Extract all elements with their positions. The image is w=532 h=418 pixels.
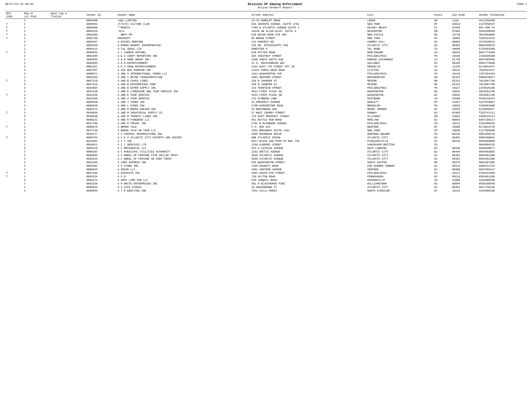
cell-phone: 8567199217 bbox=[478, 118, 527, 122]
cell-city: PHILADELPHIA bbox=[366, 86, 433, 90]
cell-state: CD bbox=[433, 143, 451, 146]
cell-city: CHERRY HILL bbox=[366, 40, 433, 44]
cell-rel bbox=[5, 154, 23, 157]
cell-phone: 6093830077 bbox=[478, 146, 527, 150]
cell-appl bbox=[50, 54, 85, 58]
cell-vendor-name: A AND R TRAVEL INC bbox=[117, 122, 250, 125]
cell-vendor-id: 0064373 bbox=[85, 178, 117, 182]
table-row: 20085555A J R EQUITIES INC7641 VILLA MAR… bbox=[5, 189, 527, 193]
cell-vendor-name: A AND A INTERNATIONAL FOODS LLC bbox=[117, 72, 250, 75]
cell-rel bbox=[5, 100, 23, 104]
cell-rel bbox=[5, 107, 23, 111]
cell-reg: 2 bbox=[23, 100, 50, 104]
cell-reg: 2 bbox=[23, 136, 50, 139]
cell-phone: 6093481300 bbox=[478, 157, 527, 161]
cell-appl bbox=[50, 83, 85, 86]
cell-street: 528 JONQUIL ROAD bbox=[250, 178, 366, 182]
cell-appl bbox=[50, 157, 85, 161]
cell-appl bbox=[50, 65, 85, 68]
cell-appl bbox=[50, 72, 85, 75]
table-row: T20089561(F/S/0) CULTURE CLUB810 SEVENTH… bbox=[5, 22, 527, 26]
cell-reg: 2 bbox=[23, 19, 50, 23]
cell-city: WILLIAMSTOWN bbox=[366, 182, 433, 185]
cell-vendor-id: 0032477 bbox=[85, 132, 117, 136]
cell-vendor-id: 0021786 bbox=[85, 122, 117, 125]
cell-zip: 91730 bbox=[451, 58, 478, 61]
cell-zip: 97005 bbox=[451, 29, 478, 33]
cell-vendor-id: 0061689 bbox=[85, 33, 117, 36]
cell-vendor-id: 0084353 bbox=[85, 58, 117, 61]
cell-zip: 08401 bbox=[451, 44, 478, 47]
cell-vendor-name: A C I INC bbox=[117, 139, 250, 143]
cell-state: PA bbox=[433, 54, 451, 58]
cell-rel: T bbox=[5, 111, 23, 115]
cell-appl bbox=[50, 154, 85, 157]
cell-vendor-id: 0089623 bbox=[85, 185, 117, 189]
cell-reg: 2 bbox=[23, 157, 50, 161]
cell-state: PA bbox=[433, 122, 451, 125]
cell-phone: 7039321617 bbox=[478, 68, 527, 72]
cell-city: RUSTBURG bbox=[366, 97, 433, 100]
cell-city: VANCOUVER BRITISH bbox=[366, 143, 433, 146]
cell-city: LEEDS bbox=[366, 19, 433, 23]
table-row: 20038938A AND M TRANSIT LINES INC170 EAS… bbox=[5, 115, 527, 118]
table-row: T20001196A ESPOSITO INC1001 SOUTH 9TH ST… bbox=[5, 171, 527, 175]
cell-appl bbox=[50, 164, 85, 168]
cell-reg: 2 bbox=[23, 132, 50, 136]
cell-vendor-name: A RANDO BAKERY INCORPORATED bbox=[117, 44, 250, 47]
cell-city: RAHWAY bbox=[366, 111, 433, 115]
table-row: 20022366A AND H TOUR SERVICE123 ELMWOOD … bbox=[5, 97, 527, 100]
cell-reg: 2 bbox=[23, 175, 50, 178]
cell-reg: 2 bbox=[23, 93, 50, 97]
table-row: 20069048A AND L FOODS INC1700 WINCHESTER… bbox=[5, 104, 527, 107]
cell-city: EGG HARBOR TOWNSH bbox=[366, 164, 433, 168]
cell-street: 720 HYLTON ROAD bbox=[250, 175, 366, 178]
cell-reg: 2 bbox=[23, 118, 50, 122]
table-row: 20064373A GOFF LIMO COM LLC528 JONQUIL R… bbox=[5, 178, 527, 182]
cell-vendor-name: A I CATS STUDIO bbox=[117, 185, 250, 189]
cell-zip: 08094 bbox=[451, 182, 478, 185]
cell-vendor-name: A & A COURT REPORTING INC bbox=[117, 54, 250, 58]
cell-appl bbox=[50, 22, 85, 26]
cell-appl bbox=[50, 61, 85, 65]
cell-street: 920 BASIN ROAD STE 400 bbox=[250, 33, 366, 36]
cell-state: CA bbox=[433, 58, 451, 61]
cell-rel bbox=[5, 19, 23, 23]
cell-appl bbox=[50, 129, 85, 132]
cell-city: PHILADELPHIA bbox=[366, 72, 433, 75]
cell-rel bbox=[5, 139, 23, 143]
cell-street: 6817 BLACK HSE PIKE PO BOX 739 bbox=[250, 139, 366, 143]
cell-phone: 9178814735 bbox=[478, 125, 527, 129]
cell-street: 123 ELMWOOD LANE bbox=[250, 97, 366, 100]
cell-vendor-name: A NICHOL MONTONE bbox=[117, 40, 250, 44]
cell-appl bbox=[50, 122, 85, 125]
cell-city: TEL MOND bbox=[366, 47, 433, 51]
cell-city: DELRAY BEACH bbox=[366, 26, 433, 29]
cell-vendor-name: **MOBILE bbox=[117, 26, 250, 29]
cell-zip: 24588 bbox=[451, 97, 478, 100]
cell-vendor-name: A C WHEEL OF FORTUNE 50 CENT TRUST bbox=[117, 157, 250, 161]
cell-street: 31 E. MOCKINGBIRD WAY bbox=[250, 61, 366, 65]
cell-rel bbox=[5, 132, 23, 136]
cell-street: 303 CHESTNUT STREET bbox=[250, 54, 366, 58]
cell-state: PA bbox=[433, 104, 451, 107]
cell-phone: 4103581800 bbox=[478, 104, 527, 107]
cell-rel bbox=[5, 122, 23, 125]
cell-rel: T bbox=[5, 51, 23, 54]
cell-vendor-name: A ERSUN LLC bbox=[117, 168, 250, 171]
cell-vendor-id: 0089231 bbox=[85, 118, 117, 122]
cell-reg: 2 bbox=[23, 154, 50, 157]
cell-street: 12423 POPES HEAD ROAD bbox=[250, 68, 366, 72]
cell-rel bbox=[5, 150, 23, 154]
cell-zip: 08053 bbox=[451, 118, 478, 122]
cell-city: BEAVERTON bbox=[366, 29, 433, 33]
table-row: 20094690(AQ) LIMITED13-15 HUNSLET ROADLE… bbox=[5, 19, 527, 23]
col-header-vendor-name: Vendor Name bbox=[117, 11, 250, 19]
cell-city: PENNSAUKEN bbox=[366, 175, 433, 178]
cell-city: ALLIANCE bbox=[366, 115, 433, 118]
cell-vendor-id: 0033984 bbox=[85, 86, 117, 90]
cell-state: NJ bbox=[433, 61, 451, 65]
table-row: 20074740A BRONX TALE ON TOUR LLC1501 BRO… bbox=[5, 129, 527, 132]
cell-phone: 2157354334 bbox=[478, 72, 527, 75]
cell-reg: 2 bbox=[23, 146, 50, 150]
